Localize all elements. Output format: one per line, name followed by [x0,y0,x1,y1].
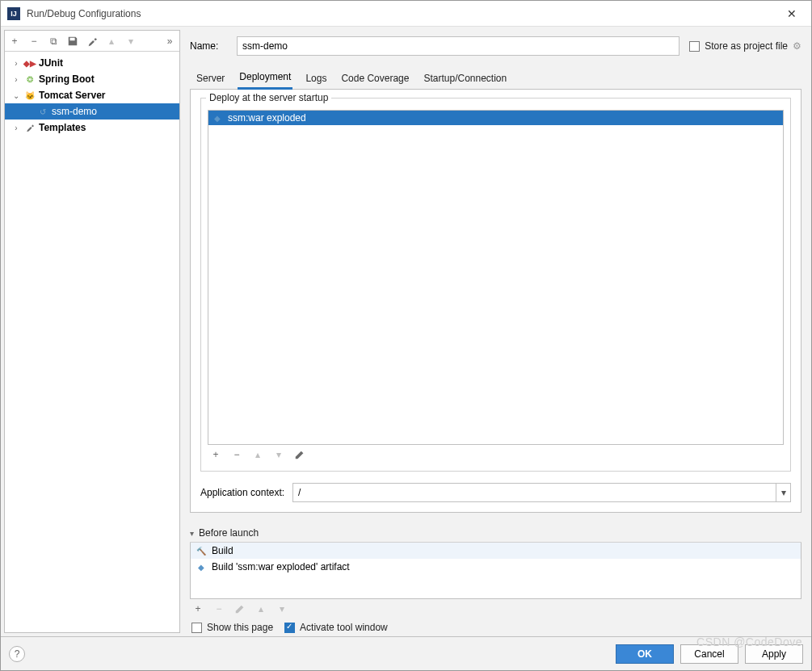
tomcat-local-icon: ↺ [37,106,48,117]
collapse-icon[interactable] [190,529,194,538]
left-panel: + − ⧉ » ◆▶ JUnit [4,30,180,633]
deploy-up-button[interactable] [251,448,264,461]
context-input[interactable] [293,484,776,501]
deploy-item-label: ssm:war exploded [228,112,306,124]
show-this-page[interactable]: Show this page [191,622,273,633]
tab-server[interactable]: Server [195,73,226,89]
tree-label: Templates [39,122,86,133]
store-as-project-file[interactable]: Store as project file ⚙ [689,40,801,52]
deploy-fieldset: Deploy at the server startup ◆ ssm:war e… [200,98,791,472]
wrench-icon [24,122,36,133]
deploy-add-button[interactable]: + [209,448,222,461]
dropdown-icon[interactable] [776,484,790,501]
config-toolbar: + − ⧉ » [5,31,179,52]
collapse-icon[interactable] [11,91,21,100]
expand-icon[interactable] [11,124,21,132]
more-button[interactable]: » [163,35,176,48]
context-label: Application context: [200,487,284,498]
deploy-list[interactable]: ◆ ssm:war exploded [208,110,784,445]
deploy-down-button[interactable] [272,448,285,461]
bl-item-label: Build 'ssm:war exploded' artifact [212,561,350,572]
apply-button[interactable]: Apply [745,644,803,664]
activate-tool-window[interactable]: Activate tool window [284,622,388,633]
before-launch-toolbar: + − [190,599,801,619]
pencil-icon [234,603,246,614]
launch-options-row: Show this page Activate tool window [190,622,801,633]
help-button[interactable]: ? [9,646,25,662]
edit-button[interactable] [86,35,99,48]
add-button[interactable]: + [8,35,21,48]
tree-label: Tomcat Server [39,90,105,101]
tomcat-icon: 🐱 [24,90,36,101]
tab-deployment[interactable]: Deployment [238,71,292,90]
artifact-icon: ◆ [212,112,223,124]
tab-startup-connection[interactable]: Startup/Connection [422,73,508,89]
tree-node-spring-boot[interactable]: ❂ Spring Boot [5,71,179,87]
store-label: Store as project file [705,40,788,52]
wrench-icon [86,36,98,47]
bl-down-button[interactable] [276,602,288,615]
bl-remove-button[interactable]: − [212,602,225,615]
run-debug-config-dialog: IJ Run/Debug Configurations ✕ + − ⧉ » [0,0,812,671]
before-launch-label: Before launch [199,527,259,539]
deploy-header: Deploy at the server startup [206,92,331,103]
name-label: Name: [190,40,227,52]
tree-label: Spring Boot [39,73,95,85]
ok-button[interactable]: OK [616,644,674,664]
save-button[interactable] [66,35,79,48]
app-icon: IJ [7,7,20,20]
spring-boot-icon: ❂ [24,73,36,85]
context-combo[interactable] [292,483,791,502]
config-tabs: Server Deployment Logs Code Coverage Sta… [190,67,801,90]
deploy-item[interactable]: ◆ ssm:war exploded [208,111,783,125]
bl-edit-button[interactable] [234,602,246,615]
dialog-body: + − ⧉ » ◆▶ JUnit [1,27,811,636]
expand-icon[interactable] [11,59,21,68]
before-launch-item-build[interactable]: 🔨 Build [191,543,801,559]
config-tree[interactable]: ◆▶ JUnit ❂ Spring Boot 🐱 Tomcat Server ↺… [5,52,179,632]
deploy-toolbar: + − [208,445,784,464]
checkbox-checked-icon[interactable] [284,623,295,633]
gear-icon[interactable]: ⚙ [793,40,801,52]
copy-button[interactable]: ⧉ [47,35,60,48]
remove-button[interactable]: − [27,35,40,48]
tree-node-ssm-demo[interactable]: ↺ ssm-demo [5,103,179,120]
deploy-edit-button[interactable] [293,448,306,461]
before-launch-section: Before launch 🔨 Build ◆ Build 'ssm:war e… [190,527,801,633]
cancel-button[interactable]: Cancel [680,644,738,664]
tab-logs[interactable]: Logs [304,73,328,89]
close-icon[interactable]: ✕ [779,7,805,20]
dialog-footer: ? OK Cancel Apply [1,636,811,670]
move-down-button[interactable] [124,35,137,48]
tree-label: ssm-demo [52,106,97,117]
bl-add-button[interactable]: + [191,602,204,615]
bl-up-button[interactable] [255,602,267,615]
activate-tw-label: Activate tool window [300,622,388,633]
before-launch-header[interactable]: Before launch [190,527,801,543]
deployment-panel: Deploy at the server startup ◆ ssm:war e… [190,90,801,513]
tree-node-junit[interactable]: ◆▶ JUnit [5,55,179,71]
before-launch-list[interactable]: 🔨 Build ◆ Build 'ssm:war exploded' artif… [190,543,801,599]
checkbox-icon[interactable] [689,41,700,52]
move-up-button[interactable] [105,35,118,48]
titlebar: IJ Run/Debug Configurations ✕ [1,1,811,27]
tree-label: JUnit [39,57,63,69]
tab-code-coverage[interactable]: Code Coverage [339,73,410,89]
application-context-row: Application context: [200,483,791,502]
name-input[interactable] [237,36,679,56]
bl-item-label: Build [212,545,234,556]
deploy-remove-button[interactable]: − [230,448,243,461]
name-row: Name: Store as project file ⚙ [190,30,801,62]
hammer-icon: 🔨 [196,545,207,556]
tree-node-tomcat[interactable]: 🐱 Tomcat Server [5,87,179,103]
right-panel: Name: Store as project file ⚙ Server Dep… [183,30,808,633]
checkbox-icon[interactable] [191,623,202,633]
tree-node-templates[interactable]: Templates [5,120,179,136]
save-icon [67,36,78,47]
expand-icon[interactable] [11,75,21,84]
window-title: Run/Debug Configurations [27,8,779,19]
before-launch-item-artifact[interactable]: ◆ Build 'ssm:war exploded' artifact [191,559,801,575]
pencil-icon [294,449,305,460]
artifact-icon: ◆ [196,561,207,572]
show-page-label: Show this page [207,622,273,633]
